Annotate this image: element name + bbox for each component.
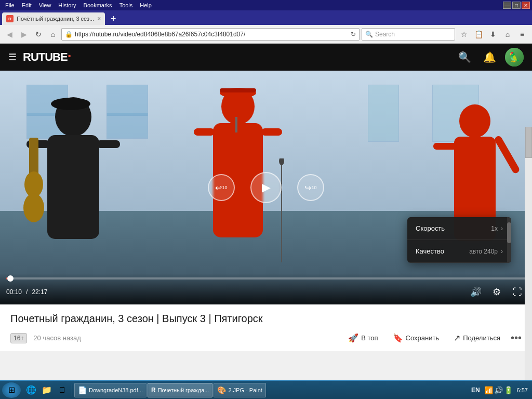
total-time: 22:17: [32, 288, 47, 296]
home-button[interactable]: ⌂: [47, 28, 59, 41]
avatar-image: 🦜: [505, 48, 524, 66]
network-tray-icon[interactable]: 📶: [484, 386, 493, 394]
menu-view[interactable]: View: [36, 2, 55, 9]
toolbar-actions: ☆ 📋 ⬇ ⌂ ≡: [457, 28, 529, 41]
more-options-button[interactable]: •••: [511, 332, 522, 344]
tab-close-button[interactable]: ×: [97, 15, 101, 22]
menu-bookmarks[interactable]: Bookmarks: [81, 2, 115, 9]
download-button[interactable]: ⬇: [486, 28, 500, 41]
quality-value: авто 240р: [469, 248, 498, 255]
quality-label: Качество: [416, 247, 469, 255]
settings-scroll-thumb: [507, 222, 511, 243]
scrollbar-thumb[interactable]: [525, 127, 532, 158]
system-clock[interactable]: 6:57: [515, 387, 530, 393]
taskbar-browser-icon[interactable]: 🌐: [24, 383, 38, 397]
video-title: Почетный гражданин, 3 сезон | Выпуск 3 |…: [10, 313, 522, 325]
taskbar-task-paint[interactable]: 🎨 2.JPG - Paint: [214, 383, 265, 397]
user-avatar[interactable]: 🦜: [505, 48, 524, 66]
menu-tools[interactable]: Tools: [116, 2, 136, 9]
current-time: 00:10: [6, 288, 22, 296]
home-nav-button[interactable]: ⌂: [501, 28, 514, 41]
video-info-section: Почетный гражданин, 3 сезон | Выпуск 3 |…: [0, 304, 532, 351]
title-bar-left: File Edit View History Bookmarks Tools H…: [2, 2, 501, 9]
close-button[interactable]: ✕: [522, 2, 530, 9]
save-label: Сохранить: [406, 334, 440, 342]
share-button[interactable]: ↗ Поделиться: [449, 331, 504, 345]
search-icon: 🔍: [365, 31, 373, 38]
settings-popup: Скорость 1x › Качество авто 240р ›: [407, 217, 511, 263]
pdf-task-label: DowngradeN38.pdf...: [89, 387, 143, 393]
tab-favicon: R: [6, 15, 14, 22]
forward-button[interactable]: ↪ 10: [297, 174, 324, 201]
logo-text: RUTUBE: [23, 50, 68, 64]
video-container: ↩ 10 ▶ ↪ 10 Скорость 1x › Качество: [0, 71, 532, 304]
bookmarks-list-button[interactable]: 📋: [472, 28, 485, 41]
tab-bar: R Почётный гражданин, 3 сез... × +: [0, 10, 532, 25]
volume-button[interactable]: 🔊: [468, 284, 484, 300]
save-button[interactable]: 🔖 Сохранить: [389, 331, 444, 345]
save-icon: 🔖: [393, 333, 403, 343]
to-top-label: В топ: [361, 334, 378, 342]
volume-tray-icon[interactable]: 🔊: [494, 386, 503, 394]
forward-icon: ↪: [304, 183, 311, 193]
to-top-icon: 🚀: [348, 333, 358, 343]
speed-row[interactable]: Скорость 1x ›: [407, 217, 511, 240]
browser-scrollbar[interactable]: [525, 127, 532, 399]
share-label: Поделиться: [463, 334, 500, 342]
notification-button[interactable]: 🔔: [480, 48, 499, 66]
play-button[interactable]: ▶: [250, 172, 282, 203]
search-box[interactable]: 🔍 Search: [362, 28, 455, 41]
new-tab-button[interactable]: +: [107, 12, 119, 25]
bottom-controls: 00:10 / 22:17 🔊 ⚙ ⛶: [6, 284, 526, 300]
taskbar-folder-icon[interactable]: 📁: [39, 383, 54, 397]
to-top-button[interactable]: 🚀 В топ: [344, 331, 382, 345]
window-controls: — □ ✕: [503, 2, 530, 9]
logo-dot: ·: [68, 49, 71, 63]
battery-tray-icon[interactable]: 🔋: [504, 386, 513, 394]
minimize-button[interactable]: —: [503, 2, 511, 9]
quality-chevron-icon: ›: [501, 248, 503, 255]
fullscreen-button[interactable]: ⛶: [509, 284, 526, 300]
taskbar-task-pdf[interactable]: 📄 DowngradeN38.pdf...: [74, 383, 147, 397]
reload-button[interactable]: ↻: [32, 28, 45, 41]
address-input-wrap[interactable]: 🔒 https://rutube.ru/video/ed84068e8b67a2…: [61, 28, 360, 41]
maximize-button[interactable]: □: [512, 2, 521, 9]
menu-history[interactable]: History: [55, 2, 79, 9]
bookmark-button[interactable]: ☆: [457, 28, 471, 41]
taskbar-right: EN 📶 🔊 🔋 6:57: [469, 385, 530, 395]
search-button[interactable]: 🔍: [455, 48, 474, 66]
hamburger-button[interactable]: ☰: [8, 51, 17, 63]
menu-edit[interactable]: Edit: [19, 2, 35, 9]
settings-scroll[interactable]: [507, 217, 511, 263]
search-placeholder: Search: [375, 31, 395, 38]
forward-button[interactable]: ▶: [18, 28, 30, 41]
quality-row[interactable]: Качество авто 240р ›: [407, 240, 511, 263]
posted-time: 20 часов назад: [33, 334, 81, 342]
taskbar-notepad-icon[interactable]: 🗒: [55, 383, 70, 397]
speed-chevron-icon: ›: [501, 225, 503, 232]
address-bar: ◀ ▶ ↻ ⌂ 🔒 https://rutube.ru/video/ed8406…: [0, 25, 532, 44]
settings-button[interactable]: ⚙: [488, 284, 505, 300]
speed-label: Скорость: [416, 224, 491, 232]
back-button[interactable]: ◀: [3, 28, 16, 41]
start-button[interactable]: ⊞: [2, 382, 21, 398]
progress-fill: [6, 277, 10, 280]
browser-main: ↩ 10 ▶ ↪ 10 Скорость 1x › Качество: [0, 71, 532, 399]
menu-file[interactable]: File: [2, 2, 18, 9]
video-bottom-bar: 00:10 / 22:17 🔊 ⚙ ⛶: [0, 273, 532, 304]
taskbar-separator: [72, 384, 72, 396]
progress-bar[interactable]: [6, 277, 526, 280]
pdf-task-icon: 📄: [78, 386, 87, 394]
rutube-task-icon: R: [151, 387, 156, 394]
system-tray: 📶 🔊 🔋: [484, 386, 513, 394]
menu-button[interactable]: ≡: [515, 28, 529, 41]
refresh-icon[interactable]: ↻: [351, 31, 356, 38]
rewind-button[interactable]: ↩ 10: [208, 174, 235, 201]
address-text: https://rutube.ru/video/ed84068e8b67a26f…: [75, 31, 349, 38]
language-indicator[interactable]: EN: [469, 385, 482, 395]
taskbar-task-rutube[interactable]: R Почетный гражда...: [148, 383, 212, 397]
menu-bar: File Edit View History Bookmarks Tools H…: [2, 2, 155, 9]
menu-help[interactable]: Help: [137, 2, 155, 9]
active-tab[interactable]: R Почётный гражданин, 3 сез... ×: [2, 12, 105, 25]
paint-task-label: 2.JPG - Paint: [228, 387, 262, 393]
